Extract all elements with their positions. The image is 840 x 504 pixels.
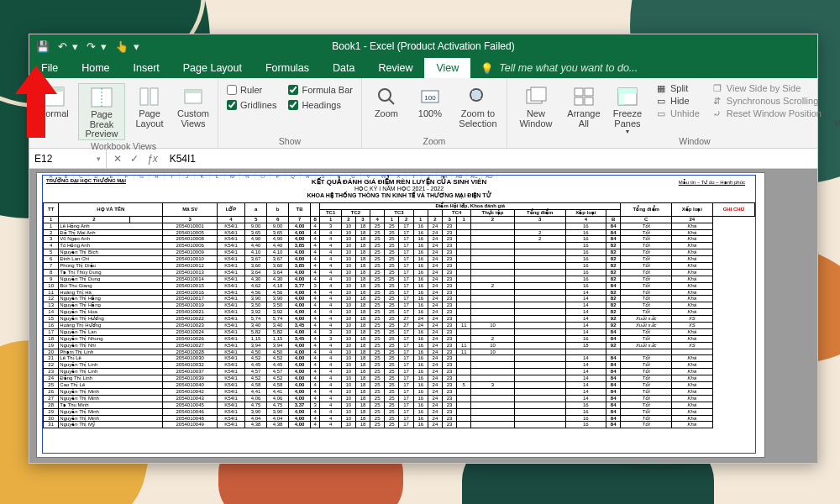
reset-window-position-button: ⤾Reset Window Position [711,108,822,118]
hide-icon: ▭ [655,96,667,106]
unhide-button: ▭Unhide [655,108,700,118]
cancel-formula-icon[interactable]: ✕ [110,153,125,165]
zoom-icon [374,85,399,108]
table-row[interactable]: 2Đỗ Thị Mai Anh2054010005K54I13,653,654,… [44,229,755,236]
zoom-100-icon: 100 [417,85,443,108]
enter-formula-icon[interactable]: ✓ [127,153,142,165]
excel-window: 💾 ↶▾ ↷▾ 👆▾ Book1 - Excel (Product Activa… [29,34,818,464]
table-row[interactable]: 9Nguyễn Thị Dung2054010014K54I14,304,304… [44,276,755,282]
new-window-icon [523,85,549,108]
formula-input[interactable] [170,153,812,165]
switch-windows-button[interactable]: Switch Windows▾ [830,83,840,135]
formula-bar: ▾ ✕ ✓ ƒx [29,149,817,169]
worksheet-area[interactable]: ABCDEFGHIJKLMNOPQRSTUVWXYZAAABACAD TRƯỜN… [29,169,817,463]
table-row[interactable]: 1Lê Hồng Anh2054010001K54I19,009,004,004… [44,223,755,229]
table-row[interactable]: 17Nguyễn Thị Lan2054010024K54I15,825,824… [44,328,755,335]
name-box[interactable]: ▾ [29,149,107,168]
table-row[interactable]: 26Nguyễn Thị Minh2054010042K54I14,414,41… [44,388,755,395]
custom-views-icon [181,85,206,108]
table-row[interactable]: 15Nguyễn Thị Hương2054010022K54I15,745,7… [44,316,755,323]
table-row[interactable]: 13Nguyễn Thị Hằng2054010019K54I13,503,50… [44,302,755,309]
table-row[interactable]: 8Tạ Thị Thùy Dung2054010013K54I13,643,64… [44,269,755,276]
group-label-zoom: Zoom [367,135,501,148]
name-box-input[interactable] [34,153,85,165]
svg-rect-4 [140,88,148,105]
tab-page-layout[interactable]: Page Layout [171,58,254,78]
group-workbook-views: Normal Page Break Preview Page Layout Cu… [29,78,218,148]
undo-icon[interactable]: ↶ [58,40,67,53]
table-row[interactable]: 4Tô Hồng Anh2054010006K54I14,404,403,854… [44,243,755,249]
new-window-button[interactable]: New Window [512,83,559,129]
svg-rect-19 [585,97,593,105]
tab-data[interactable]: Data [321,58,366,78]
redo-icon[interactable]: ↷ [87,40,96,53]
qat-customize-caret-icon[interactable]: ▾ [134,40,139,53]
zoom-to-selection-button[interactable]: Zoom to Selection [454,83,501,129]
table-row[interactable]: 28Tạ Thu Minh2054010045K54I14,754,753,37… [44,402,755,408]
table-row[interactable]: 7Phùng Thị Diệu2054010012K54I13,603,603,… [44,263,755,270]
arrow-annotation-icon [15,66,57,138]
table-row[interactable]: 12Nguyễn Thị Hằng2054010017K54I13,903,90… [44,296,755,302]
table-row[interactable]: 24Đặng Thị Linh2054010039K54I14,524,524,… [44,375,755,382]
tab-formulas[interactable]: Formulas [254,58,321,78]
table-row[interactable]: 21Lê Thị Lê2054010030K54I14,524,524,0044… [44,355,755,362]
redo-caret-icon[interactable]: ▾ [101,40,107,53]
tab-home[interactable]: Home [70,58,121,78]
tab-insert[interactable]: Insert [122,58,171,78]
document-title: KẾT QUẢ ĐÁNH GIÁ ĐIỂM RÈN LUYỆN CỦA SINH… [43,176,755,186]
table-row[interactable]: 29Nguyễn Thị Minh2054010046K54I13,903,90… [44,408,755,415]
table-row[interactable]: 20Phạm Thị Linh2054010028K54I14,504,504,… [44,349,755,355]
table-row[interactable]: 6Đinh Lan Chi2054010010K54I13,673,674,00… [44,256,755,263]
undo-caret-icon[interactable]: ▾ [72,40,78,53]
tell-me-search[interactable]: 💡 Tell me what you want to do... [470,58,648,78]
gridlines-checkbox[interactable]: Gridlines [227,100,276,110]
formula-bar-checkbox[interactable]: Formula Bar [288,85,353,95]
lightbulb-icon: 💡 [480,62,494,75]
page-break-preview-button[interactable]: Page Break Preview [78,83,125,140]
freeze-panes-button[interactable]: Freeze Panes▾ [608,83,647,135]
view-side-by-side-button: ❐View Side by Side [711,83,822,93]
split-button[interactable]: ▦Split [655,83,700,93]
table-row[interactable]: 11Hoàng Thị Hà2054010016K54I14,564,564,0… [44,289,755,296]
table-row[interactable]: 22Nguyễn Thị Linh2054010032K54I14,454,45… [44,362,755,369]
table-row[interactable]: 23Nguyễn Thị Linh2054010037K54I14,574,57… [44,369,755,375]
table-row[interactable]: 16Hoàng Thị Hương2054010023K54I13,403,40… [44,323,755,329]
reset-window-icon: ⤾ [711,108,723,118]
side-by-side-icon: ❐ [711,83,723,93]
tab-view[interactable]: View [424,58,470,78]
tab-review[interactable]: Review [366,58,424,78]
data-table[interactable]: TTHỌ VÀ TÊNMã SVLỚPabTBĐiểm Hội lớp, Kho… [43,202,755,428]
page-layout-button[interactable]: Page Layout [130,83,169,129]
table-row[interactable]: 25Cao Thị Lê2054010040K54I14,584,584,004… [44,382,755,389]
table-row[interactable]: 27Nguyễn Thị Minh2054010043K54I14,064,06… [44,395,755,402]
zoom-100-button[interactable]: 100 100% [411,83,449,119]
table-row[interactable]: 5Nguyễn Thị Bích2054010009K54I14,104,104… [44,249,755,256]
sync-scroll-icon: ⇵ [711,96,723,106]
table-row[interactable]: 31Nguyễn Thị Mỹ2054010049K54I14,384,384,… [44,422,755,428]
table-row[interactable]: 18Nguyễn Thị Nhung2054010026K54I11,151,1… [44,335,755,342]
headings-checkbox[interactable]: Headings [288,100,353,110]
hide-button[interactable]: ▭Hide [655,96,700,106]
ruler-checkbox[interactable]: Ruler [227,85,276,95]
ribbon: Normal Page Break Preview Page Layout Cu… [29,78,817,149]
group-label-window: Window [512,135,840,148]
name-box-caret-icon[interactable]: ▾ [97,155,101,163]
table-row[interactable]: 19Nguyễn Thị Nhi2054010027K54I13,943,944… [44,342,755,349]
touch-mode-icon[interactable]: 👆 [115,40,129,53]
table-row[interactable]: 30Nguyễn Thị Minh2054010048K54I14,044,04… [44,415,755,422]
arrange-all-button[interactable]: Arrange All [564,83,603,129]
page-break-preview-icon [89,86,114,109]
save-icon[interactable]: 💾 [36,40,50,53]
fx-icon[interactable]: ƒx [144,153,161,165]
table-row[interactable]: 10Bùi Thu Giang2054010015K54I14,624,183,… [44,282,755,289]
print-page: ABCDEFGHIJKLMNOPQRSTUVWXYZAAABACAD TRƯỜN… [36,172,765,458]
document-subtitle-1: HỌC KỲ I NĂM HỌC 2021 - 2022 [43,186,755,192]
svg-line-9 [389,99,394,104]
table-row[interactable]: 3Vũ Ngọc Anh2054010008K54I14,904,904,004… [44,236,755,243]
zoom-button[interactable]: Zoom [367,83,406,119]
svg-rect-18 [575,97,583,105]
table-row[interactable]: 14Nguyễn Thị Hoa2054010021K54I13,923,924… [44,309,755,316]
svg-marker-25 [15,66,57,138]
svg-rect-15 [531,87,546,101]
custom-views-button[interactable]: Custom Views [174,83,213,129]
